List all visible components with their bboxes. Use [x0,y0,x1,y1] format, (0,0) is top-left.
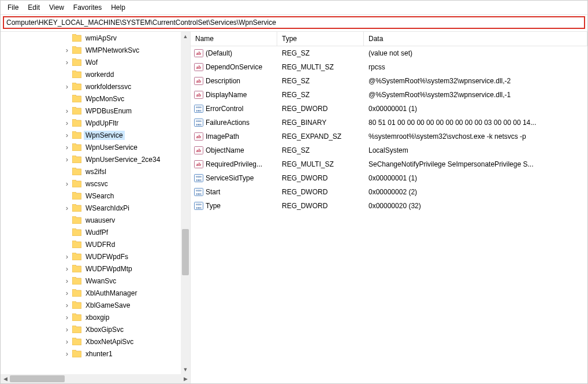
expand-icon[interactable]: › [63,106,71,115]
expand-icon[interactable]: › [63,325,71,334]
expand-icon[interactable]: › [63,179,71,188]
column-header-data[interactable]: Data [364,32,587,46]
value-list[interactable]: ab(Default)REG_SZ(value not set)abDepend… [191,46,587,383]
value-name: Start [206,188,220,196]
tree-item-label: WUDFWpdMtp [84,264,134,274]
list-row[interactable]: 01101001ErrorControlREG_DWORD0x00000001 … [191,102,587,116]
folder-icon [72,313,81,321]
expand-icon[interactable]: › [63,155,71,164]
value-list-header[interactable]: Name Type Data [191,32,587,46]
tree-item[interactable]: wmiApSrv [1,32,190,44]
menu-favorites[interactable]: Favorites [69,2,106,13]
list-row[interactable]: abImagePathREG_EXPAND_SZ%systemroot%\sys… [191,130,587,143]
value-data: (value not set) [364,49,587,57]
value-data: SeChangeNotifyPrivilege SeImpersonatePri… [364,160,587,168]
tree-item[interactable]: ›XblAuthManager [1,287,190,299]
tree-item[interactable]: WSearch [1,190,190,202]
tree-item[interactable]: ›xhunter1 [1,348,190,360]
tree-item[interactable]: WUDFRd [1,238,190,250]
tree-item[interactable]: wuauserv [1,214,190,226]
expand-icon[interactable]: › [63,337,71,346]
svg-text:0110: 0110 [196,203,202,206]
expand-icon[interactable]: › [63,46,71,54]
expand-icon[interactable]: › [63,313,71,322]
scroll-right-icon[interactable]: ▶ [181,374,190,383]
expand-icon[interactable]: › [63,301,71,309]
tree-item[interactable]: ›xboxgip [1,311,190,323]
scroll-thumb[interactable] [182,229,189,275]
tree-horizontal-scrollbar[interactable]: ◀ ▶ [1,374,190,383]
scroll-thumb[interactable] [10,375,65,382]
list-row[interactable]: abDisplayNameREG_SZ@%SystemRoot%\system3… [191,88,587,102]
tree-item-label: WPDBusEnum [84,106,133,116]
tree-item[interactable]: ws2ifsl [1,165,190,178]
svg-text:0110: 0110 [196,120,202,123]
value-name: ObjectName [206,146,244,154]
expand-icon[interactable]: › [63,252,71,261]
tree-item[interactable]: workerdd [1,68,190,80]
list-row[interactable]: abRequiredPrivileg...REG_MULTI_SZSeChang… [191,157,587,171]
tree-item[interactable]: ›WUDFWpdMtp [1,263,190,275]
list-row[interactable]: 01101001FailureActionsREG_BINARY80 51 01… [191,116,587,130]
reg-string-icon: ab [194,90,203,99]
tree-item-label: xboxgip [84,313,111,322]
list-row[interactable]: abDependOnServiceREG_MULTI_SZrpcss [191,60,587,74]
key-tree[interactable]: wmiApSrv›WMPNetworkSvc›Wofworkerdd›workf… [1,32,190,374]
folder-icon [72,301,81,309]
tree-item[interactable]: ›WpnUserService [1,141,190,153]
tree-item[interactable]: ›wscsvc [1,178,190,190]
menu-file[interactable]: File [3,2,23,13]
column-header-name[interactable]: Name [191,32,277,46]
scroll-left-icon[interactable]: ◀ [1,374,10,383]
list-row[interactable]: abObjectNameREG_SZLocalSystem [191,143,587,157]
list-row[interactable]: ab(Default)REG_SZ(value not set) [191,46,587,60]
menu-help[interactable]: Help [106,2,130,13]
expand-icon[interactable]: › [63,119,71,127]
address-bar[interactable]: Computer\HKEY_LOCAL_MACHINE\SYSTEM\Curre… [3,16,585,29]
expand-icon[interactable]: › [63,58,71,67]
tree-item[interactable]: ›WPDBusEnum [1,105,190,117]
tree-item[interactable]: ›workfolderssvc [1,80,190,93]
reg-string-icon: ab [194,76,203,86]
svg-text:1001: 1001 [196,206,202,209]
expand-icon[interactable]: › [63,264,71,273]
list-row[interactable]: 01101001ServiceSidTypeREG_DWORD0x0000000… [191,171,587,185]
tree-item[interactable]: ›Wof [1,56,190,68]
tree-item[interactable]: ›WSearchIdxPi [1,202,190,214]
tree-item-label: WudfPf [84,228,110,237]
expand-icon[interactable]: › [63,143,71,152]
svg-text:0110: 0110 [196,106,202,109]
expand-icon[interactable]: › [63,131,71,139]
menu-edit[interactable]: Edit [23,2,44,13]
tree-item[interactable]: ›WpnService [1,129,190,141]
tree-vertical-scrollbar[interactable]: ▲ ▼ [181,32,190,374]
expand-icon[interactable]: › [63,276,71,285]
tree-item[interactable]: ›XboxGipSvc [1,323,190,335]
tree-item-label: XblAuthManager [84,289,139,298]
scroll-down-icon[interactable]: ▼ [181,365,190,374]
tree-item[interactable]: ›WpdUpFltr [1,117,190,129]
tree-item-label: WpnService [84,131,125,140]
folder-icon [72,131,81,139]
expand-icon[interactable]: › [63,204,71,212]
tree-item[interactable]: ›XboxNetApiSvc [1,335,190,348]
tree-item[interactable]: ›XblGameSave [1,299,190,311]
expand-icon[interactable]: › [63,349,71,358]
list-row[interactable]: abDescriptionREG_SZ@%SystemRoot%\system3… [191,74,587,88]
tree-item[interactable]: WudfPf [1,226,190,238]
tree-item[interactable]: WpcMonSvc [1,93,190,105]
value-name: DisplayName [206,91,247,99]
expand-icon[interactable]: › [63,289,71,297]
list-row[interactable]: 01101001StartREG_DWORD0x00000002 (2) [191,185,587,199]
scroll-up-icon[interactable]: ▲ [181,32,190,41]
column-header-type[interactable]: Type [277,32,364,46]
value-name: DependOnService [206,63,262,71]
svg-text:1001: 1001 [196,179,202,182]
tree-item[interactable]: ›WpnUserService_2ce34 [1,153,190,165]
tree-item[interactable]: ›WMPNetworkSvc [1,44,190,56]
expand-icon[interactable]: › [63,82,71,91]
list-row[interactable]: 01101001TypeREG_DWORD0x00000020 (32) [191,199,587,213]
tree-item[interactable]: ›WwanSvc [1,275,190,287]
tree-item[interactable]: ›WUDFWpdFs [1,250,190,263]
menu-view[interactable]: View [44,2,69,13]
